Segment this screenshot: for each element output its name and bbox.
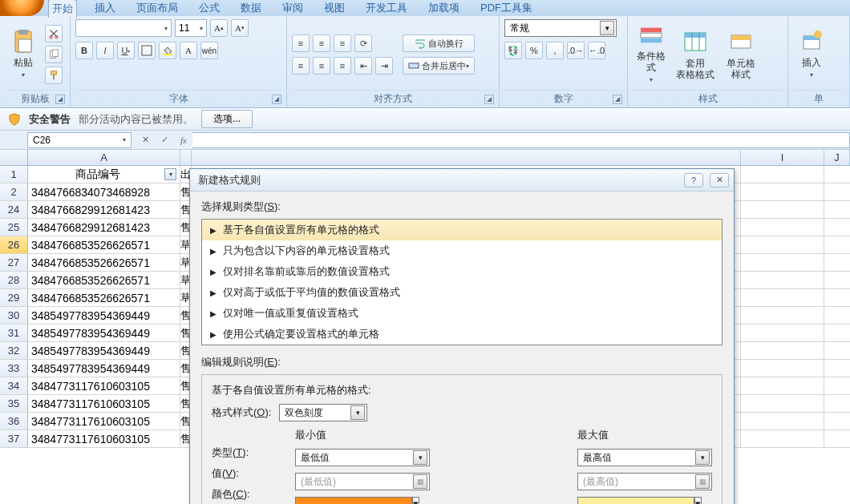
tab-view[interactable]: 视图 [321,0,348,17]
min-value-input[interactable]: (最低值)▦ [295,473,430,490]
tab-pdf[interactable]: PDF工具集 [477,0,536,17]
cell[interactable] [741,413,824,429]
indent-inc-button[interactable]: ⇥ [375,57,393,75]
cell-styles-button[interactable]: 单元格 样式 [721,22,761,87]
col-header-B[interactable] [180,150,192,165]
italic-button[interactable]: I [96,42,114,59]
align-top-button[interactable]: ≡ [292,34,310,52]
min-type-combo[interactable]: 最低值▾ [295,449,430,466]
tab-pagelayout[interactable]: 页面布局 [133,0,181,17]
cell[interactable]: 3484773117610603105 [28,413,180,429]
cell[interactable] [824,272,850,288]
col-header-A[interactable]: A [28,150,180,165]
rule-type-item[interactable]: ▶使用公式确定要设置格式的单元格 [202,324,722,345]
cell[interactable] [824,342,850,359]
dec-decimal-button[interactable]: ←.0 [588,42,605,59]
select-all-corner[interactable] [0,150,28,165]
cell[interactable]: 3485497783954369449 [28,307,180,324]
row-header[interactable]: 2 [0,183,28,200]
cell[interactable] [741,236,824,253]
cell[interactable]: 3485497783954369449 [28,342,180,359]
comma-button[interactable]: , [546,42,564,59]
tab-review[interactable]: 审阅 [279,0,306,17]
bold-button[interactable]: B [75,42,93,59]
merge-center-button[interactable]: 合并后居中▾ [403,57,475,75]
range-picker-icon[interactable]: ▦ [695,474,710,489]
cell[interactable] [824,183,850,200]
font-size-combo[interactable]: 11▾ [175,19,207,37]
max-color-combo[interactable] [577,497,694,504]
cell[interactable] [824,307,850,324]
shrink-font-button[interactable]: A▾ [231,19,249,37]
cell[interactable] [741,360,824,377]
inc-decimal-button[interactable]: .0→ [567,42,585,59]
accounting-button[interactable]: 💱 [504,42,522,59]
cell[interactable]: 3484766834073468928 [28,183,180,200]
align-right-button[interactable]: ≡ [334,57,351,75]
cell[interactable] [741,325,824,341]
row-header[interactable]: 31 [0,325,28,341]
cell[interactable] [824,377,850,394]
cell[interactable]: 3485497783954369449 [28,360,180,377]
cell[interactable] [741,201,824,218]
cell[interactable]: 商品编号▾ [28,166,180,183]
cell[interactable] [824,236,850,253]
col-header-J[interactable]: J [824,150,850,165]
rule-type-item[interactable]: ▶基于各自值设置所有单元格的格式 [202,220,722,240]
wrap-text-button[interactable]: 自动换行 [403,34,475,52]
tab-insert[interactable]: 插入 [91,0,119,17]
rule-type-item[interactable]: ▶仅对排名靠前或靠后的数值设置格式 [202,261,722,282]
tab-formulas[interactable]: 公式 [196,0,223,17]
max-type-combo[interactable]: 最高值▾ [577,449,712,466]
min-color-combo[interactable] [295,497,412,504]
fill-color-button[interactable] [159,42,176,59]
tab-developer[interactable]: 开发工具 [362,0,411,17]
dialog-close-button[interactable]: ✕ [710,173,729,187]
row-header[interactable]: 29 [0,289,28,306]
underline-button[interactable]: U▾ [117,42,135,59]
filter-button[interactable]: ▾ [164,168,176,180]
tab-data[interactable]: 数据 [237,0,265,17]
row-header[interactable]: 35 [0,395,28,412]
cell[interactable] [741,166,824,183]
clipboard-launcher[interactable]: ◢ [55,95,65,104]
number-launcher[interactable]: ◢ [613,95,622,104]
row-header[interactable]: 1 [0,166,28,183]
phonetic-button[interactable]: wén [200,42,218,59]
row-header[interactable]: 36 [0,413,28,429]
cell[interactable] [824,395,850,412]
cell[interactable] [824,254,850,271]
rule-type-item[interactable]: ▶仅对唯一值或重复值设置格式 [202,303,722,324]
font-name-combo[interactable]: ▾ [75,19,172,37]
row-header[interactable]: 26 [0,236,28,253]
fx-button[interactable]: fx [175,132,192,148]
cell[interactable] [741,183,824,200]
cell[interactable]: 3484766853526626571 [28,272,180,288]
cell[interactable] [824,430,850,447]
row-header[interactable]: 27 [0,254,28,271]
cell[interactable]: 3484766853526626571 [28,289,180,306]
cell[interactable] [741,342,824,359]
row-header[interactable]: 25 [0,219,28,236]
cell[interactable] [741,272,824,288]
align-left-button[interactable]: ≡ [292,57,310,75]
cell[interactable] [824,219,850,236]
cell[interactable]: 3484766853526626571 [28,254,180,271]
font-color-button[interactable]: A [180,42,197,59]
cell[interactable]: 3484773117610603105 [28,377,180,394]
rule-type-item[interactable]: ▶只为包含以下内容的单元格设置格式 [202,240,722,261]
format-painter-button[interactable] [45,67,63,84]
grow-font-button[interactable]: A▴ [210,19,228,37]
formula-input[interactable] [192,132,850,148]
row-header[interactable]: 28 [0,272,28,288]
rule-type-item[interactable]: ▶仅对高于或低于平均值的数值设置格式 [202,282,722,303]
align-launcher[interactable]: ◢ [484,95,494,104]
cell[interactable] [824,166,850,183]
col-header-I[interactable]: I [741,150,824,165]
cell[interactable] [824,289,850,306]
align-middle-button[interactable]: ≡ [313,34,330,52]
cell[interactable] [824,325,850,341]
row-header[interactable]: 30 [0,307,28,324]
cut-button[interactable] [45,25,63,42]
name-box[interactable]: C26▾ [27,132,132,148]
